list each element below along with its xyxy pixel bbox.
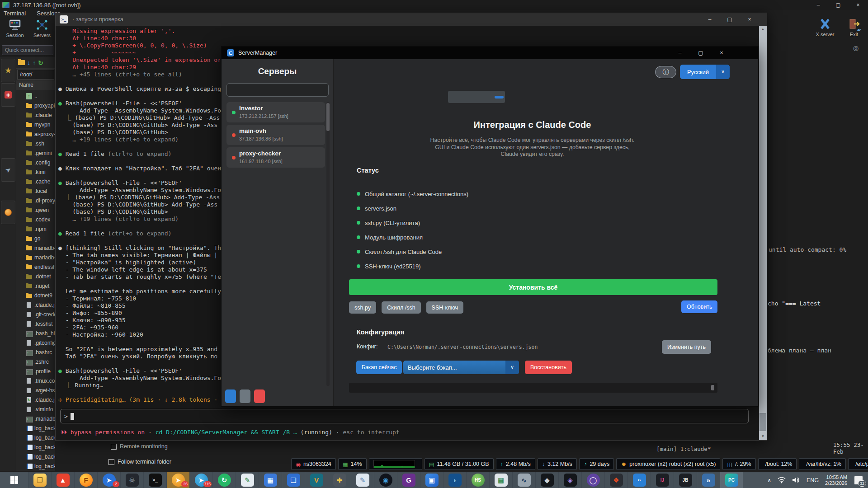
scrollbar-thumb[interactable] bbox=[711, 385, 714, 390]
quick-install-button[interactable]: Скилл /ssh bbox=[382, 301, 420, 314]
file-row-.bash_his[interactable]: .bash_his bbox=[16, 328, 55, 338]
restore-button[interactable]: Восстановить bbox=[525, 361, 572, 374]
file-row-mariadb-c[interactable]: mariadb-c bbox=[16, 253, 55, 262]
change-path-button[interactable]: Изменить путь bbox=[662, 340, 711, 354]
file-row-.git-crede[interactable]: .git-crede bbox=[16, 310, 55, 319]
file-row-log_backu[interactable]: log_backu bbox=[16, 423, 55, 433]
log-bar[interactable] bbox=[349, 383, 717, 393]
file-row-.claude[interactable]: .claude bbox=[16, 110, 55, 120]
menu-item[interactable]: Terminal bbox=[4, 10, 26, 18]
scroll-up-icon[interactable]: ▲ bbox=[759, 26, 767, 33]
taskbar-icon-gnome-doc[interactable]: G bbox=[397, 472, 420, 488]
taskbar-icon-app-window[interactable]: ❏ bbox=[282, 472, 305, 488]
file-row-.di-proxy[interactable]: .di-proxy bbox=[16, 196, 55, 205]
terminal-titlebar[interactable]: >_ · запуск и проверка – ▢ × bbox=[56, 13, 767, 26]
taskbar-icon-dev-tools[interactable]: ✚ bbox=[328, 472, 351, 488]
file-row-.claude.js[interactable]: .claude.js bbox=[16, 300, 55, 310]
taskbar-icon-quick-access[interactable]: » bbox=[697, 472, 720, 488]
backup-now-button[interactable]: Бэкап сейчас bbox=[356, 361, 402, 374]
taskbar-icon-brave[interactable]: ▲ bbox=[51, 472, 74, 488]
file-row-.codex[interactable]: .codex bbox=[16, 215, 55, 224]
checkbox-icon[interactable] bbox=[111, 444, 117, 450]
file-row-.wget-hst[interactable]: .wget-hst bbox=[16, 385, 55, 395]
refresh-icon[interactable]: ↻ bbox=[38, 59, 43, 66]
web-button[interactable] bbox=[1, 201, 15, 224]
server-action-button[interactable] bbox=[240, 389, 250, 403]
file-row-myvpn[interactable]: myvpn bbox=[16, 120, 55, 129]
volume-icon[interactable] bbox=[792, 477, 800, 483]
minimize-icon[interactable]: – bbox=[670, 47, 690, 59]
current-path[interactable]: /root/ bbox=[17, 70, 54, 80]
taskbar-icon-vscode[interactable]: ‹› bbox=[627, 472, 651, 488]
file-row-.lesshst[interactable]: .lesshst bbox=[16, 319, 55, 328]
keyboard-language[interactable]: ENG bbox=[807, 477, 819, 483]
wifi-icon[interactable] bbox=[778, 477, 786, 483]
minimize-icon[interactable]: – bbox=[808, 0, 828, 10]
file-row-.bashrc[interactable]: .bashrc bbox=[16, 347, 55, 357]
taskbar-icon-file-explorer[interactable]: ❐ bbox=[28, 472, 51, 488]
taskbar-icon-calculator[interactable]: ▦ bbox=[259, 472, 282, 488]
file-row-proxyapis[interactable]: proxyapis bbox=[16, 101, 55, 110]
scrollbar-thumb[interactable] bbox=[760, 413, 766, 431]
taskbar-icon-thunderbird[interactable]: ➤ 2 bbox=[97, 472, 120, 488]
file-list-header[interactable]: Name bbox=[16, 80, 55, 89]
server-list-item-investor[interactable]: investor 173.212.212.157 [ssh] bbox=[226, 102, 325, 122]
taskbar-icon-visual-studio[interactable]: ◈ bbox=[558, 472, 581, 488]
file-row-.ssh[interactable]: .ssh bbox=[16, 139, 55, 148]
start-button[interactable] bbox=[0, 472, 28, 488]
file-row-log_backu[interactable]: log_backu bbox=[16, 442, 55, 452]
taskbar-icon-github-desktop[interactable]: ◯ bbox=[581, 472, 604, 488]
record-icon[interactable]: ◎ bbox=[853, 44, 859, 52]
server-list-item-proxy-checker[interactable]: proxy-checker 161.97.118.40 [ssh] bbox=[226, 147, 325, 168]
server-list-scrollbar[interactable] bbox=[326, 102, 330, 386]
taskbar-icon-mobaxterm[interactable]: ▦ bbox=[489, 472, 512, 488]
file-row-.mariadb_[interactable]: .mariadb_ bbox=[16, 414, 55, 423]
servers-button[interactable]: Servers bbox=[32, 19, 52, 38]
tray-chevron-icon[interactable]: ∧ bbox=[767, 477, 771, 483]
terminal-scrollbar[interactable]: ▲ ▼ bbox=[759, 26, 767, 440]
file-row-.cache[interactable]: .cache bbox=[16, 177, 55, 186]
tray-clock[interactable]: 10:55 AM 2/23/2026 bbox=[825, 474, 847, 486]
taskbar-icon-telegram[interactable]: ➤ 715 bbox=[189, 472, 212, 488]
taskbar-icon-cube-3d[interactable]: ◆ bbox=[535, 472, 558, 488]
taskbar-icon-notes[interactable]: ✎ bbox=[236, 472, 259, 488]
maximize-icon[interactable]: ▢ bbox=[720, 13, 740, 26]
minimize-icon[interactable]: – bbox=[700, 13, 720, 26]
quick-install-button[interactable]: ssh.py bbox=[349, 301, 376, 314]
server-action-button[interactable] bbox=[225, 389, 236, 403]
remote-monitoring-option[interactable]: Remote monitoring bbox=[111, 443, 168, 450]
taskbar-icon-telegram-notify[interactable]: ➤ .26 bbox=[166, 472, 189, 488]
server-search-input[interactable] bbox=[226, 83, 329, 97]
file-row-.claude.js[interactable]: .claude.js bbox=[16, 395, 55, 404]
file-row-.config[interactable]: .config bbox=[16, 158, 55, 167]
file-row-.nuget[interactable]: .nuget bbox=[16, 281, 55, 291]
taskbar-icon-figma[interactable]: ❖ bbox=[604, 472, 627, 488]
bookmarks-button[interactable]: ★ bbox=[1, 59, 15, 82]
file-row-.gitconfig[interactable]: .gitconfig bbox=[16, 338, 55, 347]
install-all-button[interactable]: Установить всё bbox=[349, 279, 717, 295]
file-row-.qwen[interactable]: .qwen bbox=[16, 205, 55, 215]
folder-up-icon[interactable] bbox=[18, 60, 25, 65]
close-icon[interactable]: × bbox=[711, 47, 732, 59]
follow-terminal-folder-option[interactable]: Follow terminal folder bbox=[108, 459, 171, 465]
server-manager-titlebar[interactable]: ServerManager – ▢ × bbox=[222, 47, 758, 59]
taskbar-icon-cmd-terminal[interactable]: >_ bbox=[143, 472, 166, 488]
session-button[interactable]: Session bbox=[5, 19, 25, 38]
taskbar-icon-pycharm[interactable]: PC bbox=[720, 472, 743, 488]
file-row-go[interactable]: go bbox=[16, 234, 55, 243]
taskbar-icon-intellij[interactable]: IJ bbox=[651, 472, 674, 488]
download-icon[interactable]: ↓ bbox=[27, 59, 30, 66]
taskbar-icon-mysql-workbench[interactable]: ◗ bbox=[443, 472, 466, 488]
file-row-..[interactable]: .. bbox=[16, 91, 55, 101]
x-server-button[interactable]: X server bbox=[815, 18, 835, 37]
close-icon[interactable]: × bbox=[740, 13, 760, 26]
file-row-.local[interactable]: .local bbox=[16, 186, 55, 196]
quick-connect-input[interactable] bbox=[2, 45, 53, 55]
scrollbar-thumb[interactable] bbox=[326, 103, 330, 131]
file-row-log_backu[interactable]: log_backu bbox=[16, 433, 55, 442]
update-button[interactable]: Обновить bbox=[681, 300, 717, 313]
scroll-down-icon[interactable]: ▼ bbox=[759, 433, 767, 440]
taskbar-icon-system-monitor[interactable]: ∿ bbox=[512, 472, 535, 488]
server-list-item-main-ovh[interactable]: main-ovh 37.187.136.86 [ssh] bbox=[226, 125, 325, 145]
claude-input-box[interactable]: > bbox=[60, 409, 749, 423]
